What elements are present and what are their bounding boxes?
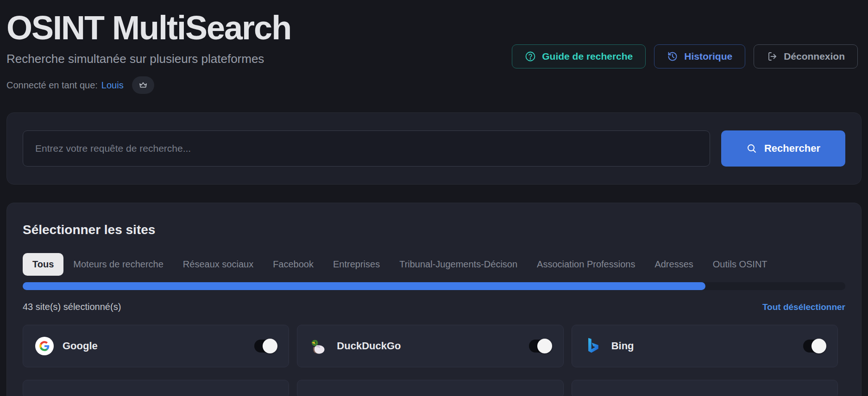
- logout-button-label: Déconnexion: [784, 51, 845, 62]
- deselect-all-link[interactable]: Tout désélectionner: [762, 302, 845, 312]
- search-input[interactable]: [23, 130, 710, 167]
- site-toggle[interactable]: [803, 340, 825, 353]
- site-card-partial: [572, 380, 838, 396]
- premium-badge[interactable]: [132, 76, 154, 94]
- guide-button[interactable]: Guide de recherche: [512, 44, 646, 68]
- site-card: Google: [23, 325, 289, 367]
- username-link[interactable]: Louis: [101, 80, 124, 91]
- search-panel: Rechercher: [6, 112, 862, 185]
- connected-label: Connecté en tant que:: [6, 80, 98, 91]
- site-name: Google: [63, 340, 98, 352]
- header: OSINT MultiSearch Recherche simultanée s…: [6, 0, 862, 94]
- bing-logo: [584, 337, 603, 355]
- category-tab[interactable]: Tous: [23, 253, 63, 276]
- site-name: DuckDuckGo: [337, 340, 401, 352]
- header-actions: Guide de recherche Historique Déconnexio…: [512, 44, 858, 68]
- search-icon: [746, 143, 757, 154]
- site-card-partial: [23, 380, 289, 396]
- logout-icon: [767, 51, 778, 62]
- category-tab[interactable]: Association Professions: [527, 253, 645, 276]
- duckduckgo-logo: [309, 337, 328, 355]
- site-name: Bing: [611, 340, 634, 352]
- google-logo: [35, 337, 54, 355]
- tabs-scrollbar-track[interactable]: [23, 282, 845, 290]
- category-tab[interactable]: Outils OSINT: [703, 253, 777, 276]
- site-toggle[interactable]: [529, 340, 551, 353]
- toggle-knob: [263, 339, 277, 353]
- search-button-label: Rechercher: [764, 142, 820, 155]
- category-tab[interactable]: Tribunal-Jugements-Décison: [390, 253, 527, 276]
- connected-status: Connecté en tant que: Louis: [6, 76, 862, 94]
- toggle-knob: [811, 339, 826, 353]
- category-tab[interactable]: Adresses: [645, 253, 703, 276]
- sites-heading: Sélectionner les sites: [23, 223, 845, 237]
- selected-count: 43 site(s) sélectionné(s): [23, 302, 121, 312]
- category-tabs: Tous Moteurs de recherche Réseaux sociau…: [23, 253, 851, 276]
- category-tab[interactable]: Réseaux sociaux: [173, 253, 263, 276]
- history-button[interactable]: Historique: [654, 44, 745, 68]
- site-card: Bing: [572, 325, 838, 367]
- logout-button[interactable]: Déconnexion: [754, 44, 858, 68]
- history-button-label: Historique: [684, 51, 732, 62]
- site-card-partial: [297, 380, 563, 396]
- category-tab[interactable]: Entreprises: [323, 253, 390, 276]
- guide-button-label: Guide de recherche: [542, 51, 633, 62]
- page-title: OSINT MultiSearch: [6, 11, 862, 44]
- history-icon: [667, 51, 678, 62]
- site-card: DuckDuckGo: [297, 325, 563, 367]
- selection-summary: 43 site(s) sélectionné(s) Tout désélecti…: [23, 302, 845, 312]
- category-tab[interactable]: Facebook: [263, 253, 323, 276]
- search-button[interactable]: Rechercher: [721, 130, 845, 167]
- page: OSINT MultiSearch Recherche simultanée s…: [0, 0, 868, 396]
- site-toggle[interactable]: [254, 340, 277, 353]
- question-circle-icon: [525, 51, 536, 62]
- site-cards-next-row: [23, 380, 845, 396]
- category-tab[interactable]: Moteurs de recherche: [63, 253, 173, 276]
- tabs-scrollbar-thumb[interactable]: [23, 282, 705, 290]
- crown-icon: [138, 80, 148, 90]
- toggle-knob: [537, 339, 552, 353]
- sites-panel: Sélectionner les sites Tous Moteurs de r…: [6, 203, 862, 396]
- site-cards: Google DuckDuckGo Bing: [23, 325, 845, 367]
